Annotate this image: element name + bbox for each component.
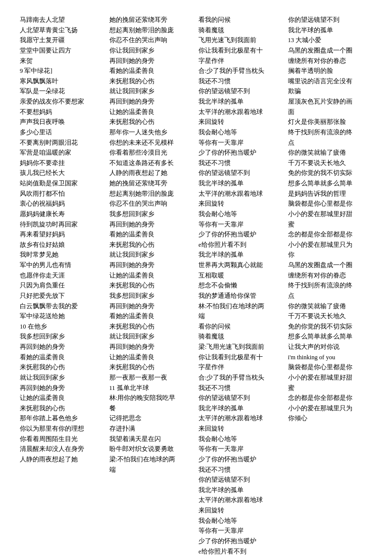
lyric-line: 看她的温柔善良 <box>109 311 194 322</box>
lyric-line: 让她的温柔善良 <box>109 352 194 363</box>
lyric-line: 我北半球的孤单 <box>198 485 283 496</box>
lyric-line: 你倾心 <box>288 413 373 424</box>
lyric-line: 终于找到所有流浪的终 <box>288 127 373 138</box>
lyric-line: 让她的温柔善良 <box>20 393 104 403</box>
lyric-line: e给你照片看不到 <box>198 240 283 250</box>
lyric-line: 白云飘飘带去我的爱 <box>20 301 104 312</box>
lyric-line: 来回旋转 <box>198 424 283 434</box>
lyric-line: 免的你觉的我不切实际 <box>288 168 373 178</box>
lyric-line: 合:少了我的手臂当枕头 <box>198 373 283 383</box>
lyric-line: 林:用你的晚安陪我吃早 <box>109 393 194 403</box>
lyric-line: 缠绕所有对你的眷恋 <box>288 56 373 66</box>
lyric-line: 我北半球的孤单 <box>198 97 283 107</box>
lyric-line: 我时常梦见她 <box>20 250 104 260</box>
lyric-line: 你 <box>288 250 373 260</box>
lyric-line: 等你有一天靠岸 <box>198 444 283 454</box>
lyric-line: 千万不要说天长地久 <box>288 311 373 322</box>
lyric-line: 军营是咱温暖的家 <box>20 148 104 158</box>
lyric-line: 千万不要说天长地久 <box>288 158 373 168</box>
lyric-line: 你的望远镜望不到 <box>288 15 373 25</box>
lyric-line: 你的望远镜望不到 <box>198 86 283 97</box>
lyric-line: 不要离别时两眼泪花 <box>20 138 104 148</box>
lyric-line: 我会耐心地等 <box>198 434 283 444</box>
lyric-line: 脑袋都是你心里都是你 <box>288 199 373 209</box>
lyric-line: 来抚慰我的心伤 <box>20 362 104 373</box>
lyric-line: 那一夜那一夜那一夜 <box>109 373 194 383</box>
lyric-line: 你让我看到北极星有十 <box>198 46 283 56</box>
lyric-line: 你看着周围陌生目光 <box>20 434 104 444</box>
lyric-line: 那年你一人迷失他乡 <box>109 127 194 138</box>
lyric-line: 你让我看到北极星有十 <box>198 352 283 363</box>
lyrics-grid: 马蹄南去人北望人北望草青黄尘飞扬我愿守土复开疆堂堂中国要让四方来贺9 军中绿花]… <box>20 15 372 555</box>
lyric-line: 飞用光速飞到我面前 <box>198 35 283 46</box>
lyric-line: 看我的问候 <box>198 15 283 25</box>
lyric-line: 小小的爱在那城里好甜 <box>288 373 373 383</box>
lyric-line: 我北半球的孤单 <box>198 250 283 260</box>
lyric-line: 清晨醒来却没人在身旁 <box>20 444 104 454</box>
lyric-line: 屋顶灰色瓦片安静的画 <box>288 97 373 107</box>
lyric-line: 不知道这条路还有多长 <box>109 158 194 168</box>
lyric-line: 端 <box>198 311 283 322</box>
lyric-line: 小小的爱在那城里好甜 <box>288 209 373 220</box>
lyric-line: 乌黑的发圈盘成一个圈 <box>288 260 373 271</box>
lyric-line: 你忍不住的哭出声响 <box>109 35 194 46</box>
lyric-line: 你让我回到家乡 <box>109 46 194 56</box>
lyric-line: 蜜 <box>288 220 373 230</box>
lyric-line: 不要想妈妈 <box>20 107 104 117</box>
lyric-line: 蜜 <box>288 383 373 393</box>
lyric-line: 小小的爱在那城里只为 <box>288 240 373 250</box>
lyric-line: 来抚慰我的心伤 <box>20 403 104 414</box>
lyric-line: 9 军中绿花] <box>20 66 104 76</box>
lyric-line: 搁着半透明的脸 <box>288 66 373 76</box>
lyric-line: 念的都是你全部都是你 <box>288 229 373 240</box>
lyric-line: 风吹雨打都不怕 <box>20 189 104 199</box>
lyric-line: 我愿守土复开疆 <box>20 35 104 46</box>
lyric-line: 来抚慰我的心伤 <box>109 362 194 373</box>
lyric-line: 你忍不住的哭出声响 <box>109 199 194 209</box>
lyric-line: 我还不习惯 <box>198 465 283 475</box>
lyric-line: 只因为肩负重任 <box>20 280 104 291</box>
lyric-line: 我还不习惯 <box>198 158 283 168</box>
lyric-line: 想起离别她带泪的脸庞 <box>109 189 194 199</box>
lyric-line: 亲爱的战友你不要想家 <box>20 97 104 107</box>
lyric-line: 让我大声的对你说 <box>288 342 373 352</box>
lyric-line: 我北半球的孤单 <box>198 178 283 189</box>
lyric-line: 11 孤单北半球 <box>109 383 194 393</box>
lyric-line: 人静的雨夜想起了她 <box>20 454 104 465</box>
lyric-line: 骑着魔毯 <box>198 332 283 342</box>
lyric-line: 故乡有位好姑娘 <box>20 240 104 250</box>
lyric-line: 妈妈你不要牵挂 <box>20 158 104 168</box>
lyric-line: 声声我日夜呼唤 <box>20 117 104 127</box>
lyric-line: 你的微笑就输了疲倦 <box>288 301 373 312</box>
lyric-line: 你看着那些冷漠目光 <box>109 148 194 158</box>
lyric-line: 想起离别她带泪的脸庞 <box>109 25 194 36</box>
lyric-line: 我多想回到家乡 <box>109 291 194 301</box>
lyric-line: 嘴里说的语言完全没有 <box>288 76 373 87</box>
lyric-line: 人静的雨夜想起了她 <box>109 168 194 178</box>
lyric-line: 少了你的怀抱当暖炉 <box>198 229 283 240</box>
lyric-line: 我多想回到家乡 <box>109 209 194 220</box>
lyric-line: 孩儿我已经长大 <box>20 168 104 178</box>
lyric-line: 你以为那里有你的理想 <box>20 424 104 434</box>
lyric-line: 军中的男儿也有情 <box>20 260 104 271</box>
lyric-line: 端 <box>109 465 194 475</box>
lyric-line: 人北望草青黄尘飞扬 <box>20 25 104 36</box>
column-2: 她的挽留还萦绕耳旁想起离别她带泪的脸庞你忍不住的哭出声响你让我回到家乡再回到她的… <box>109 15 194 555</box>
lyric-line: 我多想回到家乡 <box>20 332 104 342</box>
lyric-line: 来回旋转 <box>198 505 283 516</box>
lyric-line: 世界再大两颗真心就能 <box>198 260 283 271</box>
lyric-line: 缠绕所有对你的眷恋 <box>288 271 373 281</box>
lyric-line: 堂堂中国要让四方 <box>20 46 104 56</box>
lyric-line: 只好把爱先放下 <box>20 291 104 301</box>
lyric-line: 再回到她的身旁 <box>109 56 194 66</box>
lyric-line: 脑袋都是你心里都是你 <box>288 362 373 373</box>
lyric-line: 多少心里话 <box>20 127 104 138</box>
lyric-line: 来回旋转 <box>198 199 283 209</box>
lyric-line: 再回到她的身旁 <box>109 220 194 230</box>
lyric-line: 10 在他乡 <box>20 322 104 332</box>
lyric-line: 也愿伴你走天涯 <box>20 271 104 281</box>
lyric-line: 让她的温柔善良 <box>109 271 194 281</box>
lyric-line: 让她的温柔善良 <box>109 107 194 117</box>
lyric-line: 来贺 <box>20 56 104 66</box>
lyric-line: 再回到她的身旁 <box>109 260 194 271</box>
